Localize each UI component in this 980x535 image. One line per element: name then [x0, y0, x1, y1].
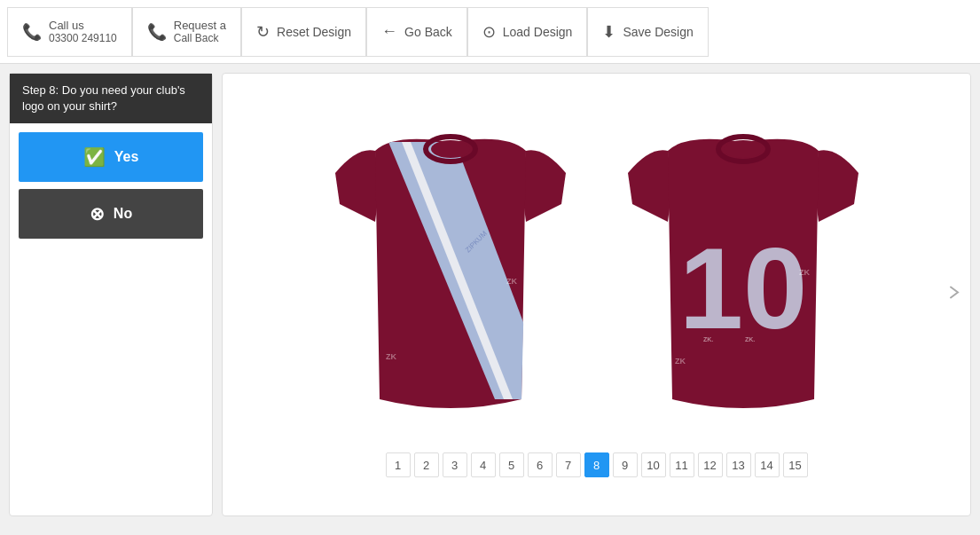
- svg-text:ZK: ZK: [675, 357, 686, 366]
- save-label: Save Design: [623, 25, 693, 39]
- page-btn-14[interactable]: 14: [755, 452, 780, 477]
- download-icon: ⬇: [602, 22, 615, 42]
- go-back-button[interactable]: ← Go Back: [366, 7, 467, 57]
- page-btn-15[interactable]: 15: [783, 452, 808, 477]
- page-btn-13[interactable]: 13: [726, 452, 751, 477]
- page-btn-11[interactable]: 11: [670, 452, 694, 477]
- load-label: Load Design: [503, 25, 573, 39]
- next-arrow[interactable]: [945, 284, 963, 306]
- reset-label: Reset Design: [277, 25, 351, 39]
- callback-label1: Request a: [174, 19, 226, 32]
- callback-label2: Call Back: [174, 32, 219, 44]
- goback-label: Go Back: [404, 25, 452, 39]
- page-btn-7[interactable]: 7: [556, 452, 581, 477]
- page-btn-6[interactable]: 6: [528, 452, 553, 477]
- svg-text:ZK: ZK: [799, 268, 810, 277]
- call-label: Call us: [49, 19, 84, 32]
- page-btn-2[interactable]: 2: [414, 452, 439, 477]
- page-btn-10[interactable]: 10: [641, 452, 666, 477]
- svg-point-3: [431, 140, 470, 158]
- loading-icon: ⊙: [482, 22, 496, 42]
- phone-number: 03300 249110: [49, 32, 117, 44]
- svg-point-8: [724, 140, 763, 158]
- front-jersey: ZK ZK ZIPKUM: [322, 124, 579, 426]
- page-btn-5[interactable]: 5: [499, 452, 524, 477]
- page-btn-1[interactable]: 1: [386, 452, 411, 477]
- page-btn-8[interactable]: 8: [584, 452, 609, 477]
- yes-button[interactable]: ✅ Yes: [19, 132, 203, 182]
- phone2-icon: 📞: [147, 22, 167, 42]
- phone-icon: 📞: [22, 22, 42, 42]
- back-jersey: 10 ZK ZK ZK. ZK.: [615, 124, 872, 426]
- back-icon: ←: [381, 22, 397, 41]
- callback-button[interactable]: 📞 Request a Call Back: [132, 7, 241, 57]
- refresh-icon: ↻: [256, 22, 270, 42]
- load-design-button[interactable]: ⊙ Load Design: [467, 7, 588, 57]
- step-header: Step 8: Do you need your club's logo on …: [10, 74, 212, 123]
- pagination: 123456789101112131415: [223, 444, 970, 483]
- no-button[interactable]: ⊗ No: [19, 189, 203, 239]
- jerseys-container: ZK ZK ZIPKUM 10: [223, 106, 970, 444]
- svg-text:10: 10: [678, 224, 807, 353]
- yes-label: Yes: [114, 149, 139, 165]
- reset-design-button[interactable]: ↻ Reset Design: [241, 7, 366, 57]
- page-btn-4[interactable]: 4: [471, 452, 496, 477]
- options-area: ✅ Yes ⊗ No: [10, 123, 212, 248]
- call-us-button[interactable]: 📞 Call us 03300 249110: [7, 7, 132, 57]
- no-label: No: [114, 206, 132, 222]
- left-panel: Step 8: Do you need your club's logo on …: [9, 73, 213, 516]
- page-btn-12[interactable]: 12: [698, 452, 723, 477]
- svg-text:ZK.: ZK.: [745, 336, 755, 342]
- toolbar: 📞 Call us 03300 249110 📞 Request a Call …: [0, 0, 980, 64]
- svg-text:ZK: ZK: [386, 352, 396, 361]
- svg-text:ZK: ZK: [506, 277, 517, 286]
- x-circle-icon: ⊗: [90, 203, 105, 224]
- page-btn-3[interactable]: 3: [443, 452, 467, 477]
- check-circle-icon: ✅: [83, 146, 106, 168]
- svg-text:ZK.: ZK.: [703, 336, 713, 342]
- main-content: Step 8: Do you need your club's logo on …: [0, 64, 980, 525]
- page-btn-9[interactable]: 9: [613, 452, 638, 477]
- save-design-button[interactable]: ⬇ Save Design: [587, 7, 708, 57]
- jersey-panel: ZK ZK ZIPKUM 10: [222, 73, 971, 516]
